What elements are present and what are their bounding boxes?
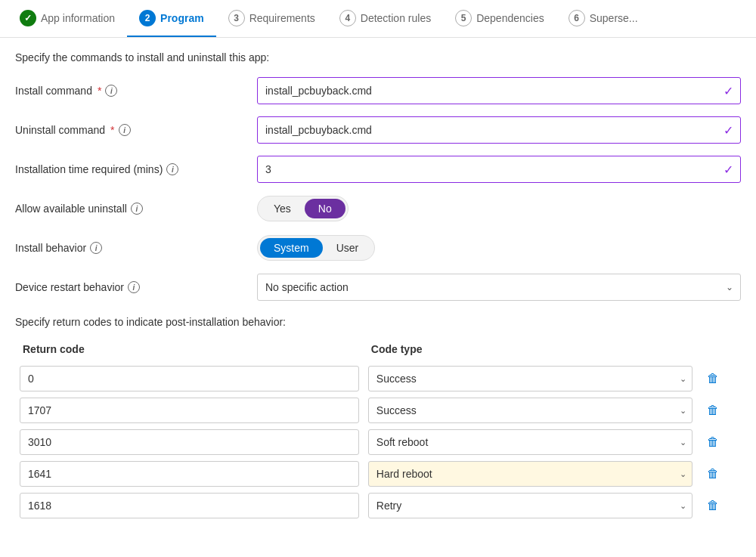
code-type-select[interactable]: SuccessSoft rebootHard rebootRetryFailed: [368, 493, 693, 518]
system-user-toggle: System User: [257, 235, 375, 261]
allow-uninstall-row: Allow available uninstall i Yes No: [15, 195, 741, 222]
tab-circle-5: 5: [455, 10, 472, 26]
install-time-check-icon: ✓: [723, 162, 733, 177]
uninstall-info-icon[interactable]: i: [119, 124, 131, 136]
table-row: SuccessSoft rebootHard rebootRetryFailed…: [15, 395, 741, 426]
uninstall-command-control: ✓: [257, 116, 741, 144]
device-restart-row: Device restart behavior i No specific ac…: [15, 274, 741, 301]
install-command-control: ✓: [257, 77, 741, 104]
delete-row-button[interactable]: 🗑: [702, 431, 724, 453]
install-behavior-info-icon[interactable]: i: [90, 242, 102, 254]
uninstall-required-star: *: [110, 124, 114, 136]
yes-no-toggle: Yes No: [257, 196, 349, 221]
table-row: SuccessSoft rebootHard rebootRetryFailed…: [15, 363, 741, 395]
tab-label-supersede: Superse...: [590, 12, 638, 24]
tab-label-app-info: App information: [41, 12, 115, 24]
code-type-select[interactable]: SuccessSoft rebootHard rebootRetryFailed: [368, 366, 693, 391]
col-header-code-type: Code type: [364, 339, 698, 363]
uninstall-command-label: Uninstall command * i: [15, 124, 257, 136]
return-codes-table: Return code Code type SuccessSoft reboot…: [15, 339, 741, 521]
return-code-input[interactable]: [20, 366, 359, 391]
install-behavior-row: Install behavior i System User: [15, 234, 741, 261]
toggle-no-btn[interactable]: No: [305, 199, 345, 218]
tab-dependencies[interactable]: 5 Dependencies: [443, 0, 556, 37]
tab-app-info[interactable]: ✓ App information: [8, 0, 127, 37]
install-required-star: *: [98, 85, 101, 97]
uninstall-command-input[interactable]: [257, 116, 741, 144]
table-row: SuccessSoft rebootHard rebootRetryFailed…: [15, 490, 741, 521]
install-section-desc: Specify the commands to install and unin…: [15, 51, 741, 63]
tab-detection-rules[interactable]: 4 Detection rules: [327, 0, 443, 37]
device-restart-select[interactable]: No specific action App install may force…: [257, 274, 741, 301]
tab-label-program: Program: [160, 12, 204, 24]
return-code-input[interactable]: [20, 493, 359, 518]
tab-requirements[interactable]: 3 Requirements: [216, 0, 327, 37]
uninstall-command-row: Uninstall command * i ✓: [15, 116, 741, 144]
tab-circle-1: ✓: [20, 10, 36, 26]
install-check-icon: ✓: [723, 84, 733, 98]
code-type-wrapper: SuccessSoft rebootHard rebootRetryFailed…: [368, 429, 693, 455]
code-type-select[interactable]: SuccessSoft rebootHard rebootRetryFailed: [368, 398, 693, 423]
delete-row-button[interactable]: 🗑: [702, 399, 724, 422]
table-row: SuccessSoft rebootHard rebootRetryFailed…: [15, 458, 741, 490]
delete-row-button[interactable]: 🗑: [702, 463, 724, 485]
allow-uninstall-info-icon[interactable]: i: [131, 203, 143, 215]
tab-circle-3: 3: [228, 10, 245, 26]
install-time-label: Installation time required (mins) i: [15, 163, 257, 175]
delete-row-button[interactable]: 🗑: [702, 367, 724, 390]
install-time-control: ✓: [257, 156, 741, 183]
tab-circle-4: 4: [339, 10, 356, 26]
return-code-input[interactable]: [20, 461, 359, 487]
install-time-input[interactable]: [257, 156, 741, 183]
return-code-input[interactable]: [20, 398, 359, 423]
tab-circle-2: 2: [139, 10, 156, 26]
install-time-row: Installation time required (mins) i ✓: [15, 156, 741, 183]
allow-uninstall-label: Allow available uninstall i: [15, 203, 257, 215]
device-restart-dropdown-wrapper: No specific action App install may force…: [257, 274, 741, 301]
install-command-row: Install command * i ✓: [15, 77, 741, 104]
toggle-system-btn[interactable]: System: [260, 238, 323, 258]
install-info-icon[interactable]: i: [105, 85, 117, 97]
return-code-input[interactable]: [20, 429, 359, 455]
install-command-input[interactable]: [257, 77, 741, 104]
toggle-yes-btn[interactable]: Yes: [260, 199, 305, 218]
code-type-wrapper: SuccessSoft rebootHard rebootRetryFailed…: [368, 366, 693, 391]
tab-supersede[interactable]: 6 Superse...: [556, 0, 650, 37]
col-header-return-code: Return code: [15, 339, 364, 363]
install-time-info-icon[interactable]: i: [166, 163, 178, 175]
code-type-wrapper: SuccessSoft rebootHard rebootRetryFailed…: [368, 398, 693, 423]
toggle-user-btn[interactable]: User: [323, 238, 373, 258]
main-content: Specify the commands to install and unin…: [0, 38, 756, 535]
code-type-wrapper: SuccessSoft rebootHard rebootRetryFailed…: [368, 461, 693, 487]
tab-label-dependencies: Dependencies: [476, 12, 544, 24]
code-type-select[interactable]: SuccessSoft rebootHard rebootRetryFailed: [368, 429, 693, 455]
install-command-label: Install command * i: [15, 85, 257, 97]
device-restart-label: Device restart behavior i: [15, 281, 257, 293]
nav-tabs: ✓ App information 2 Program 3 Requiremen…: [0, 0, 756, 38]
table-row: SuccessSoft rebootHard rebootRetryFailed…: [15, 426, 741, 458]
code-type-wrapper: SuccessSoft rebootHard rebootRetryFailed…: [368, 493, 693, 518]
device-restart-info-icon[interactable]: i: [128, 281, 140, 293]
tab-label-requirements: Requirements: [249, 12, 315, 24]
install-behavior-label: Install behavior i: [15, 242, 257, 254]
delete-row-button[interactable]: 🗑: [702, 494, 724, 517]
tab-circle-6: 6: [569, 10, 585, 26]
uninstall-check-icon: ✓: [723, 123, 733, 138]
tab-label-detection-rules: Detection rules: [361, 12, 431, 24]
tab-program[interactable]: 2 Program: [127, 0, 216, 37]
code-type-select[interactable]: SuccessSoft rebootHard rebootRetryFailed: [368, 461, 693, 487]
return-codes-desc: Specify return codes to indicate post-in…: [15, 316, 741, 328]
